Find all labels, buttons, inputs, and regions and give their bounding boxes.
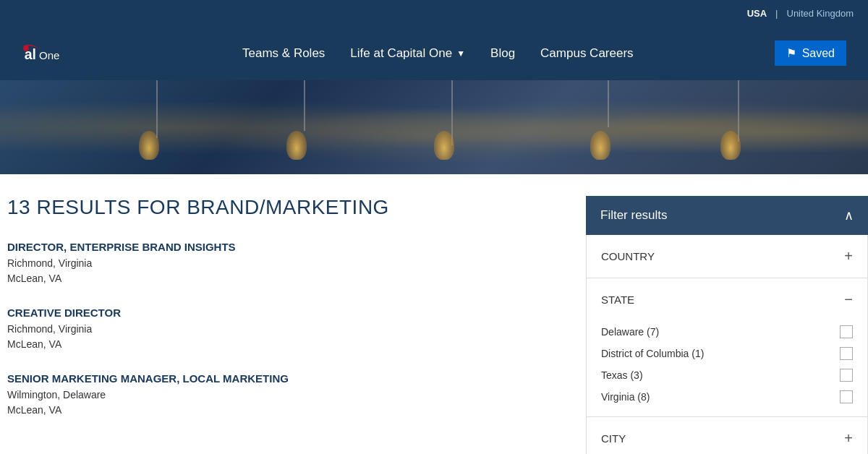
nav-teams-roles[interactable]: Teams & Roles <box>242 46 325 61</box>
filter-option-1-1: District of Columbia (1) <box>601 343 853 364</box>
job-location-2: Wilmington, DelawareMcLean, VA <box>7 387 564 418</box>
filter-section-country: COUNTRY + <box>587 235 867 278</box>
filter-checkbox-1-0[interactable] <box>840 325 853 338</box>
bulb-3 <box>434 131 454 160</box>
filter-option-1-2: Texas (3) <box>601 364 853 386</box>
filter-option-label-1-2: Texas (3) <box>601 369 840 381</box>
filter-checkbox-1-2[interactable] <box>840 369 853 382</box>
nav-campus-careers[interactable]: Campus Careers <box>540 46 634 61</box>
nav-life-at-capitalone[interactable]: Life at Capital One ▼ <box>350 46 465 61</box>
filter-option-1-3: Virginia (8) <box>601 386 853 408</box>
job-listings: DIRECTOR, ENTERPRISE BRAND INSIGHTS Rich… <box>7 241 564 418</box>
filter-options-1: Delaware (7) District of Columbia (1) Te… <box>587 321 867 416</box>
filter-section-header-0[interactable]: COUNTRY + <box>587 235 867 278</box>
filter-section-header-2[interactable]: CITY + <box>587 417 867 454</box>
wire-4 <box>608 80 609 127</box>
results-section: 13 RESULTS FOR BRAND/MARKETING DIRECTOR,… <box>7 196 586 454</box>
filter-header: Filter results ∧ <box>586 196 868 235</box>
filter-section-label-1: STATE <box>601 294 634 306</box>
filter-section-city: CITY + <box>587 417 867 454</box>
filter-section-toggle-1[interactable]: − <box>844 291 853 308</box>
main-content: 13 RESULTS FOR BRAND/MARKETING DIRECTOR,… <box>0 174 868 454</box>
filter-option-label-1-0: Delaware (7) <box>601 326 840 338</box>
filter-section-state: STATE − Delaware (7) District of Columbi… <box>587 278 867 417</box>
job-location-0: Richmond, VirginiaMcLean, VA <box>7 256 564 286</box>
job-title-2[interactable]: SENIOR MARKETING MANAGER, LOCAL MARKETIN… <box>7 372 564 385</box>
bulb-2 <box>286 131 307 160</box>
bulb-4 <box>590 131 610 160</box>
country-link-uk[interactable]: United Kingdom <box>787 8 854 19</box>
wire-2 <box>304 80 305 131</box>
job-listing-2: SENIOR MARKETING MANAGER, LOCAL MARKETIN… <box>7 372 564 418</box>
filter-checkbox-1-3[interactable] <box>840 390 853 403</box>
filter-sidebar: Filter results ∧ COUNTRY + STATE − Delaw… <box>586 196 868 454</box>
dropdown-chevron-icon: ▼ <box>456 48 465 59</box>
job-location-1: Richmond, VirginiaMcLean, VA <box>7 322 564 352</box>
results-title: 13 RESULTS FOR BRAND/MARKETING <box>7 196 564 219</box>
filter-checkbox-1-1[interactable] <box>840 347 853 360</box>
filter-collapse-icon[interactable]: ∧ <box>844 207 854 223</box>
filter-body: COUNTRY + STATE − Delaware (7) District … <box>586 235 868 454</box>
nav-blog[interactable]: Blog <box>490 46 515 61</box>
filter-option-label-1-1: District of Columbia (1) <box>601 348 840 359</box>
save-button[interactable]: ⚑ Saved <box>775 40 846 66</box>
filter-section-toggle-0[interactable]: + <box>844 248 853 265</box>
country-link-usa[interactable]: USA <box>747 8 767 19</box>
job-listing-1: CREATIVE DIRECTOR Richmond, VirginiaMcLe… <box>7 307 564 352</box>
filter-section-toggle-2[interactable]: + <box>844 430 853 447</box>
filter-option-label-1-3: Virginia (8) <box>601 391 840 403</box>
bulb-5 <box>720 131 741 160</box>
nav-links: Teams & Roles Life at Capital One ▼ Blog… <box>130 46 746 61</box>
hero-image <box>0 80 868 174</box>
flag-icon: ⚑ <box>786 46 796 60</box>
top-bar: USA | United Kingdom <box>0 0 868 26</box>
svg-text:One: One <box>39 48 59 61</box>
job-title-1[interactable]: CREATIVE DIRECTOR <box>7 307 564 319</box>
filter-section-label-0: COUNTRY <box>601 250 655 262</box>
nav-bar: al One Teams & Roles Life at Capital One… <box>0 26 868 80</box>
filter-section-label-2: CITY <box>601 432 626 445</box>
svg-point-2 <box>23 46 29 51</box>
filter-header-label: Filter results <box>600 208 668 223</box>
job-title-0[interactable]: DIRECTOR, ENTERPRISE BRAND INSIGHTS <box>7 241 564 253</box>
filter-section-header-1[interactable]: STATE − <box>587 278 867 321</box>
bulb-1 <box>139 131 159 160</box>
wire-1 <box>156 80 158 138</box>
logo[interactable]: al One <box>22 35 87 72</box>
filter-option-1-0: Delaware (7) <box>601 321 853 343</box>
wire-5 <box>738 80 739 142</box>
job-listing-0: DIRECTOR, ENTERPRISE BRAND INSIGHTS Rich… <box>7 241 564 286</box>
